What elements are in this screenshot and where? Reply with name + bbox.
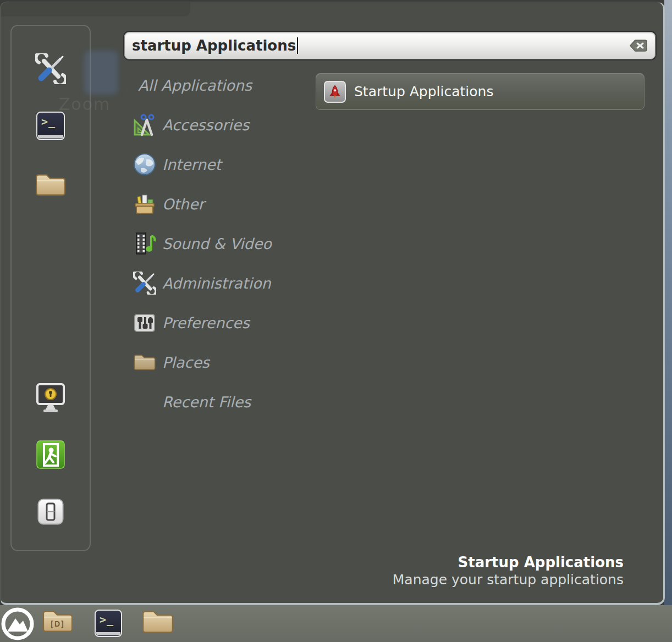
accessories-icon	[133, 113, 157, 137]
admin-tools-icon	[133, 272, 156, 295]
folder-emblem: [D]	[42, 619, 74, 628]
search-input-value: startup Applications	[132, 37, 296, 54]
terminal-icon: >_	[36, 112, 65, 140]
logout-icon	[36, 440, 65, 469]
tools-icon	[35, 53, 66, 84]
startup-rocket-icon	[324, 81, 346, 103]
clear-search-button[interactable]	[629, 39, 648, 52]
category-internet[interactable]: Internet	[133, 145, 272, 184]
sound-video-icon	[133, 231, 157, 256]
sidebar-item-logout[interactable]	[36, 440, 65, 469]
taskbar-desktop-folder[interactable]: [D]	[42, 608, 74, 634]
background-ghost-window	[1, 2, 190, 16]
sidebar-item-system-settings[interactable]	[35, 53, 66, 84]
selection-subtitle: Manage your startup applications	[393, 571, 624, 588]
toolbox-icon	[133, 192, 157, 216]
category-administration[interactable]: Administration	[133, 263, 272, 303]
selection-title: Startup Applications	[393, 554, 624, 571]
taskbar: [D] >_	[0, 605, 672, 642]
selection-description: Startup Applications Manage your startup…	[393, 554, 624, 588]
category-places[interactable]: Places	[133, 342, 272, 382]
application-menu: Zoom >_	[0, 2, 665, 605]
taskbar-menu-launcher[interactable]	[0, 606, 35, 641]
sidebar-item-shutdown[interactable]	[37, 499, 64, 525]
sidebar-item-lock-screen[interactable]	[35, 382, 66, 414]
background-window-edge	[664, 0, 672, 605]
category-all-applications[interactable]: All Applications	[133, 65, 272, 105]
mint-logo-icon	[0, 606, 35, 641]
folder-icon	[141, 608, 174, 635]
preferences-sliders-icon	[133, 311, 157, 335]
result-startup-applications[interactable]: Startup Applications	[316, 73, 645, 110]
category-preferences[interactable]: Preferences	[133, 303, 272, 342]
search-input[interactable]: startup Applications	[124, 32, 656, 59]
places-folder-icon	[133, 353, 156, 372]
lock-screen-icon	[35, 382, 66, 414]
category-list: All Applications Accessories	[133, 65, 272, 422]
favorites-sidebar: >_	[10, 25, 91, 551]
rocket-glyph	[328, 85, 342, 99]
text-cursor	[297, 37, 298, 54]
sidebar-item-file-manager[interactable]	[35, 172, 67, 197]
taskbar-file-manager[interactable]	[141, 608, 174, 635]
category-accessories[interactable]: Accessories	[133, 105, 272, 145]
category-sound-video[interactable]: Sound & Video	[133, 224, 272, 263]
internet-globe-icon	[133, 152, 157, 176]
category-recent-files[interactable]: Recent Files	[133, 382, 272, 422]
taskbar-terminal[interactable]: >_	[95, 610, 122, 637]
sidebar-item-terminal[interactable]: >_	[36, 112, 65, 140]
terminal-icon: >_	[95, 610, 122, 637]
shutdown-switch-icon	[37, 499, 64, 525]
category-other[interactable]: Other	[133, 184, 272, 224]
backspace-icon	[629, 39, 648, 52]
folder-icon	[35, 172, 67, 197]
